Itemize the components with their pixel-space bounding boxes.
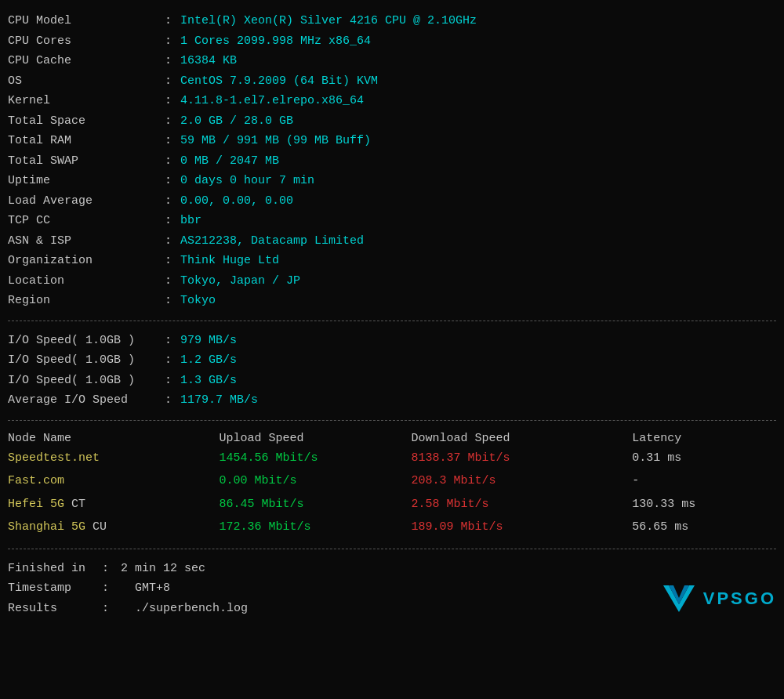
timestamp-row: Timestamp : GMT+8: [8, 578, 248, 599]
colon: :: [165, 171, 180, 191]
system-label: Organization: [8, 251, 165, 271]
colon: :: [165, 291, 180, 311]
network-node-name: Hefei 5G CT: [8, 493, 220, 516]
system-value: 0 days 0 hour 7 min: [180, 171, 314, 191]
system-value: Intel(R) Xeon(R) Silver 4216 CPU @ 2.10G…: [180, 11, 477, 31]
colon: :: [102, 578, 118, 599]
colon: :: [165, 131, 180, 151]
finished-label: Finished in: [8, 559, 102, 579]
system-row: Uptime : 0 days 0 hour 7 min: [8, 171, 776, 191]
system-row: Total RAM : 59 MB / 991 MB (99 MB Buff): [8, 131, 776, 151]
colon: :: [165, 31, 180, 52]
system-row: Load Average : 0.00, 0.00, 0.00: [8, 191, 776, 212]
vpsgo-logo: VPSGO: [659, 579, 776, 618]
io-row: Average I/O Speed : 1179.7 MB/s: [8, 390, 776, 411]
system-label: CPU Model: [8, 11, 165, 31]
system-row: ASN & ISP : AS212238, Datacamp Limited: [8, 231, 776, 252]
colon: :: [102, 559, 118, 579]
system-value: 1 Cores 2099.998 MHz x86_64: [180, 31, 371, 52]
colon: :: [165, 11, 180, 31]
system-row: Organization : Think Huge Ltd: [8, 251, 776, 271]
system-row: CPU Cache : 16384 KB: [8, 51, 776, 71]
footer-section: Finished in : 2 min 12 sec Timestamp : G…: [8, 554, 776, 624]
system-label: Location: [8, 271, 165, 292]
network-header-upload: Upload Speed: [220, 430, 412, 447]
divider-2: [8, 420, 776, 421]
system-label: CPU Cores: [8, 31, 165, 52]
system-label: OS: [8, 71, 165, 92]
network-table: Node NameUpload SpeedDownload SpeedLaten…: [8, 430, 776, 539]
network-header-latency: Latency: [632, 430, 776, 447]
colon: :: [165, 51, 180, 71]
colon: :: [165, 350, 180, 371]
logo-text: VPSGO: [703, 589, 776, 609]
system-label: Total Space: [8, 111, 165, 132]
colon: :: [102, 599, 118, 619]
colon: :: [165, 91, 180, 111]
system-row: CPU Model : Intel(R) Xeon(R) Silver 4216…: [8, 11, 776, 31]
system-value: 4.11.8-1.el7.elrepo.x86_64: [180, 91, 364, 111]
network-data-row: Speedtest.net1454.56 Mbit/s8138.37 Mbit/…: [8, 447, 776, 470]
io-value: 1.2 GB/s: [180, 350, 237, 371]
io-label: Average I/O Speed: [8, 390, 165, 411]
network-header-download: Download Speed: [412, 430, 633, 447]
io-label: I/O Speed( 1.0GB ): [8, 331, 165, 351]
system-label: Kernel: [8, 91, 165, 111]
io-row: I/O Speed( 1.0GB ) : 979 MB/s: [8, 331, 776, 351]
results-row: Results : ./superbench.log: [8, 599, 248, 619]
system-row: CPU Cores : 1 Cores 2099.998 MHz x86_64: [8, 31, 776, 52]
vpsgo-v-icon: [659, 579, 699, 618]
system-value: 59 MB / 991 MB (99 MB Buff): [180, 131, 371, 151]
system-label: Load Average: [8, 191, 165, 212]
system-value: Tokyo: [180, 291, 216, 311]
colon: :: [165, 211, 180, 231]
system-label: Total RAM: [8, 131, 165, 151]
colon: :: [165, 390, 180, 411]
system-label: CPU Cache: [8, 51, 165, 71]
system-value: 2.0 GB / 28.0 GB: [180, 111, 293, 132]
system-row: Kernel : 4.11.8-1.el7.elrepo.x86_64: [8, 91, 776, 111]
finished-value: 2 min 12 sec: [121, 559, 205, 579]
system-label: Total SWAP: [8, 151, 165, 172]
colon: :: [165, 271, 180, 292]
io-row: I/O Speed( 1.0GB ) : 1.3 GB/s: [8, 371, 776, 391]
system-row: Total Space : 2.0 GB / 28.0 GB: [8, 111, 776, 132]
network-download-speed: 2.58 Mbit/s: [412, 493, 633, 516]
io-value: 1179.7 MB/s: [180, 390, 258, 411]
system-label: ASN & ISP: [8, 231, 165, 252]
results-value: ./superbench.log: [121, 599, 248, 619]
system-value: 0 MB / 2047 MB: [180, 151, 279, 172]
io-label: I/O Speed( 1.0GB ): [8, 371, 165, 391]
system-row: TCP CC : bbr: [8, 211, 776, 231]
system-row: OS : CentOS 7.9.2009 (64 Bit) KVM: [8, 71, 776, 92]
system-value: Think Huge Ltd: [180, 251, 279, 271]
system-value: bbr: [180, 211, 201, 231]
network-upload-speed: 86.45 Mbit/s: [220, 493, 412, 516]
network-data-row: Fast.com0.00 Mbit/s208.3 Mbit/s-: [8, 469, 776, 493]
colon: :: [165, 151, 180, 172]
divider-1: [8, 321, 776, 321]
finished-row: Finished in : 2 min 12 sec: [8, 559, 248, 579]
io-value: 1.3 GB/s: [180, 371, 237, 391]
network-latency: 56.65 ms: [632, 516, 776, 539]
system-value: CentOS 7.9.2009 (64 Bit) KVM: [180, 71, 378, 92]
network-latency: 130.33 ms: [632, 493, 776, 516]
system-label: Uptime: [8, 171, 165, 191]
network-latency: -: [632, 469, 776, 493]
system-row: Region : Tokyo: [8, 291, 776, 311]
colon: :: [165, 111, 180, 132]
network-header-node: Node Name: [8, 430, 220, 447]
network-download-speed: 8138.37 Mbit/s: [412, 447, 633, 470]
system-value: Tokyo, Japan / JP: [180, 271, 300, 292]
io-value: 979 MB/s: [180, 331, 237, 351]
network-node-name: Speedtest.net: [8, 447, 220, 470]
network-upload-speed: 172.36 Mbit/s: [220, 516, 412, 539]
divider-3: [8, 549, 776, 549]
timestamp-value: GMT+8: [121, 578, 170, 599]
colon: :: [165, 251, 180, 271]
system-value: 0.00, 0.00, 0.00: [180, 191, 293, 212]
network-latency: 0.31 ms: [632, 447, 776, 470]
network-download-speed: 189.09 Mbit/s: [412, 516, 633, 539]
system-value: AS212238, Datacamp Limited: [180, 231, 364, 252]
system-label: Region: [8, 291, 165, 311]
